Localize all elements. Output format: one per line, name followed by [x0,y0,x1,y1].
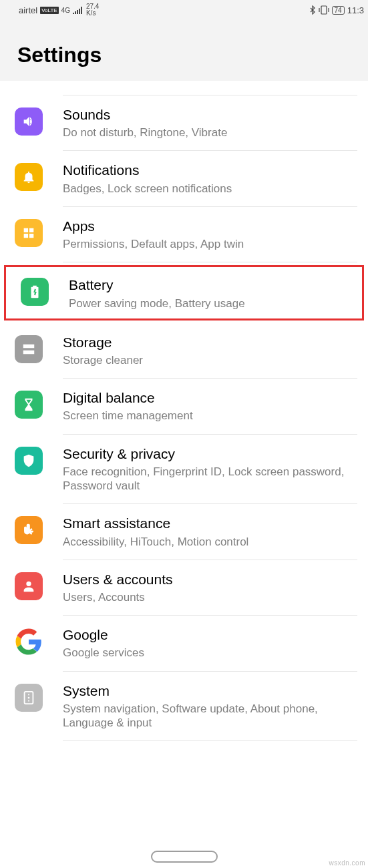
row-subtitle: System navigation, Software update, Abou… [63,702,352,730]
row-title: Security & privacy [63,445,352,462]
apps-icon [15,219,43,247]
settings-header: Settings [0,20,368,81]
row-subtitle: Users, Accounts [63,590,352,604]
volte-badge: VoLTE [40,7,58,14]
row-subtitle: Badges, Lock screen notifications [63,182,352,196]
page-title: Settings [17,43,368,67]
carrier-label: airtel [19,5,37,15]
row-title: Smart assistance [63,515,352,531]
system-icon [15,684,43,712]
settings-row-smart-assistance[interactable]: Smart assistance Accessibility, HiTouch,… [0,504,368,560]
battery-icon [21,278,49,306]
google-icon [15,628,43,656]
network-gen: 4G [61,7,70,14]
settings-row-apps[interactable]: Apps Permissions, Default apps, App twin [0,207,368,262]
digital-balance-icon [15,391,43,419]
settings-row-google[interactable]: Google Google services [0,616,368,671]
row-subtitle: Storage cleaner [63,353,352,367]
settings-row-sounds[interactable]: Sounds Do not disturb, Ringtone, Vibrate [0,95,368,151]
battery-indicator: 74 [332,6,345,15]
row-title: Storage [63,334,352,351]
storage-icon [15,335,43,363]
data-speed: 27.4K/s [86,3,99,17]
row-title: Apps [63,218,352,234]
sounds-icon [15,107,43,136]
row-subtitle: Permissions, Default apps, App twin [63,237,352,251]
status-bar: airtel VoLTE 4G 27.4K/s 74 11:3 [0,0,368,20]
row-title: Digital balance [63,389,352,406]
svg-rect-0 [321,6,327,14]
vibrate-icon [319,5,329,15]
row-subtitle: Face recognition, Fingerprint ID, Lock s… [63,465,352,493]
row-title: Notifications [63,162,352,178]
row-title: Google [63,626,352,643]
users-icon [15,572,43,600]
watermark: wsxdn.com [329,859,365,867]
row-subtitle: Screen time management [63,409,352,423]
row-title: Users & accounts [63,571,352,588]
row-title: Battery [69,276,346,293]
settings-row-system[interactable]: System System navigation, Software updat… [0,672,368,742]
row-title: Sounds [63,106,352,123]
row-subtitle: Accessibility, HiTouch, Motion control [63,535,352,549]
row-subtitle: Google services [63,646,352,660]
row-subtitle: Do not disturb, Ringtone, Vibrate [63,126,352,140]
settings-row-storage[interactable]: Storage Storage cleaner [0,323,368,379]
notifications-icon [15,163,43,191]
row-subtitle: Power saving mode, Battery usage [69,296,346,310]
signal-icon [73,6,83,14]
settings-row-battery[interactable]: Battery Power saving mode, Battery usage [4,265,364,320]
svg-point-2 [28,696,30,698]
settings-row-security[interactable]: Security & privacy Face recognition, Fin… [0,435,368,505]
settings-row-notifications[interactable]: Notifications Badges, Lock screen notifi… [0,151,368,206]
nav-pill[interactable] [151,851,218,863]
row-title: System [63,682,352,699]
security-icon [15,447,43,475]
truncated-row [63,81,357,95]
clock: 11:3 [347,5,364,15]
settings-row-users[interactable]: Users & accounts Users, Accounts [0,560,368,616]
smart-assistance-icon [15,516,43,544]
bluetooth-icon [309,5,316,15]
settings-row-digital-balance[interactable]: Digital balance Screen time management [0,379,368,434]
